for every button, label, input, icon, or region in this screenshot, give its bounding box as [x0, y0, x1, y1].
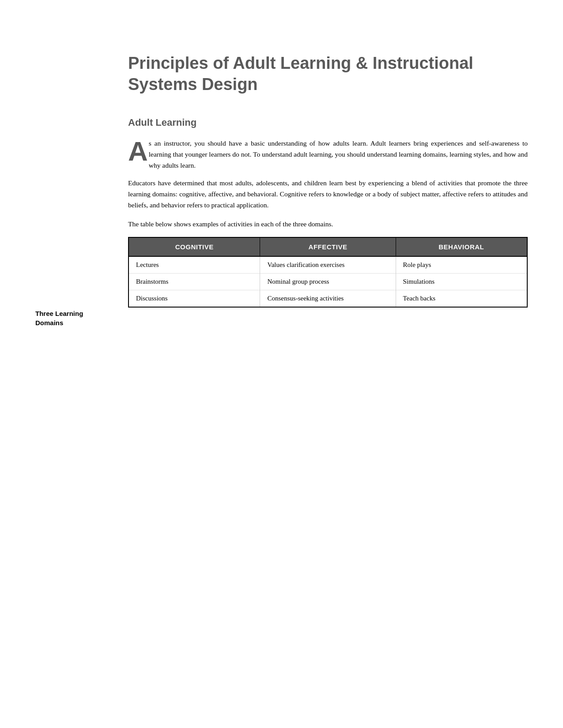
cell-affective-1: Values clarification exercises [260, 256, 396, 274]
table-header-row: COGNITIVE AFFECTIVE BEHAVIORAL [128, 237, 527, 256]
cell-cognitive-3: Discussions [128, 290, 260, 307]
drop-cap-letter: A [128, 140, 148, 163]
cell-affective-2: Nominal group process [260, 273, 396, 290]
table-row: Discussions Consensus-seeking activities… [128, 290, 527, 307]
body-paragraph-2: Educators have determined that most adul… [128, 178, 528, 210]
cell-behavioral-1: Role plays [396, 256, 527, 274]
cell-affective-3: Consensus-seeking activities [260, 290, 396, 307]
intro-paragraph: A s an instructor, you should have a bas… [128, 138, 528, 171]
left-margin: Three Learning Domains [35, 53, 124, 693]
header-behavioral: BEHAVIORAL [396, 237, 527, 256]
main-content: Principles of Adult Learning & Instructi… [124, 53, 528, 693]
header-affective: AFFECTIVE [260, 237, 396, 256]
table-intro: The table below shows examples of activi… [128, 219, 528, 230]
cell-cognitive-1: Lectures [128, 256, 260, 274]
page: Three Learning Domains Principles of Adu… [0, 0, 563, 728]
table-row: Brainstorms Nominal group process Simula… [128, 273, 527, 290]
cell-cognitive-2: Brainstorms [128, 273, 260, 290]
learning-domains-table: COGNITIVE AFFECTIVE BEHAVIORAL Lectures … [128, 237, 528, 308]
cell-behavioral-2: Simulations [396, 273, 527, 290]
header-cognitive: COGNITIVE [128, 237, 260, 256]
section-heading: Adult Learning [128, 117, 528, 128]
page-title: Principles of Adult Learning & Instructi… [128, 53, 528, 95]
drop-cap-text: s an instructor, you should have a basic… [149, 138, 528, 171]
cell-behavioral-3: Teach backs [396, 290, 527, 307]
table-row: Lectures Values clarification exercises … [128, 256, 527, 274]
sidebar-label: Three Learning Domains [35, 309, 124, 327]
